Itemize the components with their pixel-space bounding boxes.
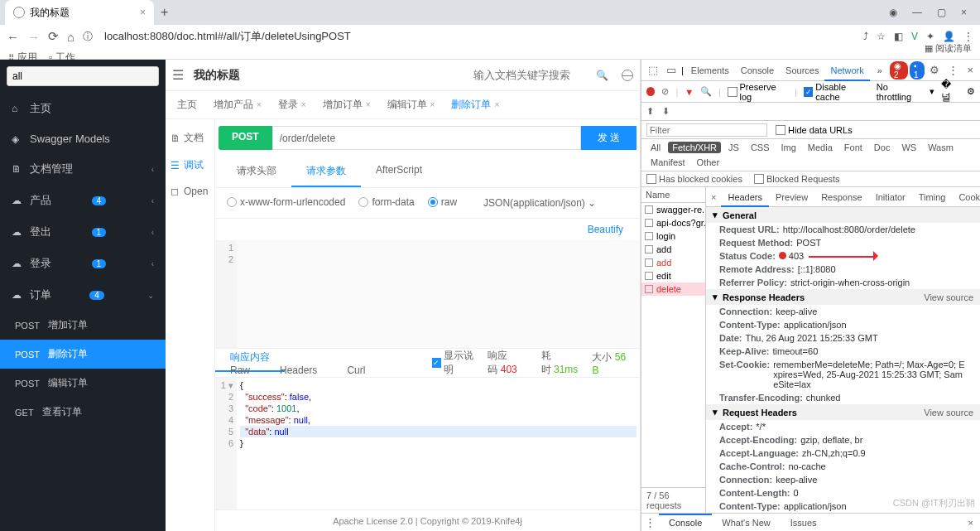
detail-tab[interactable]: Initiator [869, 189, 912, 205]
left-tab[interactable]: ☰调试 [166, 152, 214, 179]
drawer-tab[interactable]: Issues [781, 515, 827, 530]
devtools-tab[interactable]: Elements [685, 61, 735, 80]
detail-close-icon[interactable]: × [706, 192, 721, 202]
avatar-icon[interactable]: 👤 [943, 31, 955, 42]
throttle-select[interactable]: No throttling [877, 82, 923, 102]
menu-icon[interactable]: ⋮ [963, 31, 973, 42]
download-icon[interactable]: ⬇ [662, 106, 670, 117]
sidebar-item[interactable]: ☁登录1‹ [0, 248, 166, 279]
detail-tab[interactable]: Cookies [952, 189, 980, 205]
request-tab[interactable]: 请求头部 [222, 157, 291, 187]
doc-tab[interactable]: 登录× [270, 91, 315, 118]
request-row[interactable]: login [641, 229, 705, 243]
drawer-menu-icon[interactable]: ⋮ [641, 516, 659, 529]
ext1-icon[interactable]: ◧ [894, 31, 903, 42]
url-input[interactable]: localhost:8080/doc.html#/all/订单/deleteUs… [101, 27, 855, 46]
close-icon[interactable]: × [366, 100, 371, 109]
doc-tab[interactable]: 主页 [169, 91, 205, 118]
view-source-link[interactable]: View source [924, 292, 973, 302]
request-row[interactable]: add [641, 243, 705, 256]
doc-search-input[interactable] [470, 65, 586, 84]
show-description-checkbox[interactable]: ✓显示说明 [432, 349, 480, 377]
close-icon[interactable]: × [430, 100, 435, 109]
star-icon[interactable]: ☆ [877, 31, 886, 42]
type-filter[interactable]: Fetch/XHR [668, 142, 721, 153]
doc-tab[interactable]: 编辑订单× [379, 91, 444, 118]
reading-list-button[interactable]: ▦ 阅读清单 [925, 42, 972, 55]
back-icon[interactable]: ← [7, 30, 19, 44]
close-window-icon[interactable]: × [961, 7, 967, 18]
type-filter[interactable]: Img [777, 142, 800, 153]
sidebar-sub-item[interactable]: GET查看订单 [0, 398, 166, 427]
body-type-radio[interactable]: x-www-form-urlencoded [227, 196, 345, 208]
path-input[interactable] [272, 126, 581, 150]
request-tab[interactable]: AfterScript [361, 157, 437, 187]
more-tabs[interactable]: » [872, 61, 888, 80]
filter-input[interactable] [646, 123, 767, 137]
filter-icon[interactable]: ▼ [685, 87, 694, 97]
sidebar-item[interactable]: ☁订单4⌄ [0, 279, 166, 311]
sidebar-item[interactable]: ◈Swagger Models [0, 124, 166, 153]
hide-data-urls-checkbox[interactable]: Hide data URLs [776, 125, 853, 135]
detail-tab[interactable]: Timing [912, 189, 953, 205]
wifi-icon[interactable]: �널 [941, 79, 960, 104]
send-button[interactable]: 发 送 [581, 126, 637, 150]
account-icon[interactable]: ◉ [889, 7, 897, 18]
type-filter[interactable]: All [646, 142, 665, 153]
network-settings-icon[interactable]: ⚙ [967, 86, 975, 97]
preserve-log-checkbox[interactable]: Preserve log [728, 82, 788, 102]
close-icon[interactable]: × [301, 100, 306, 109]
type-filter[interactable]: Manifest [646, 157, 689, 168]
devtools-close-icon[interactable]: × [963, 64, 977, 76]
search-icon[interactable]: 🔍 [700, 86, 712, 97]
detail-tab[interactable]: Preview [769, 189, 814, 205]
request-row[interactable]: delete [641, 282, 705, 296]
blocked-requests-checkbox[interactable]: Blocked Requests [754, 174, 840, 184]
devtools-tab[interactable]: Network [824, 61, 869, 81]
sidebar-item[interactable]: 🗎文档管理‹ [0, 153, 166, 185]
puzzle-icon[interactable]: ✦ [926, 31, 934, 42]
request-tab[interactable]: 请求参数 [291, 157, 361, 187]
request-row[interactable]: add [641, 256, 705, 269]
doc-tab[interactable]: 增加订单× [315, 91, 379, 118]
info-badge[interactable]: ▪ 1 [910, 61, 925, 80]
close-icon[interactable]: × [257, 100, 262, 109]
type-filter[interactable]: JS [724, 142, 743, 153]
close-icon[interactable]: × [494, 100, 499, 109]
type-filter[interactable]: Media [804, 142, 837, 153]
detail-tab[interactable]: Response [814, 189, 869, 205]
doc-tab[interactable]: 删除订单× [443, 91, 507, 118]
request-row[interactable]: edit [641, 269, 705, 282]
error-badge[interactable]: ◉ 2 [890, 61, 908, 80]
sidebar-search-input[interactable] [7, 66, 159, 86]
info-icon[interactable]: ⓘ [83, 30, 93, 44]
section-header[interactable]: ▾Response HeadersView source [706, 289, 980, 305]
search-icon[interactable]: 🔍 [596, 70, 608, 81]
ext2-icon[interactable]: V [911, 31, 918, 42]
devtools-tab[interactable]: Sources [780, 61, 824, 80]
request-editor[interactable]: 12 [215, 240, 640, 348]
sidebar-item[interactable]: ☁登出1‹ [0, 216, 166, 248]
detail-tab[interactable]: Headers [721, 189, 769, 207]
browser-tab[interactable]: 我的标题 × [5, 0, 154, 25]
view-source-link[interactable]: View source [924, 408, 973, 418]
left-tab[interactable]: ◻Open [166, 179, 214, 204]
minimize-icon[interactable]: — [912, 7, 922, 18]
sidebar-sub-item[interactable]: POST删除订单 [0, 340, 166, 369]
type-filter[interactable]: Doc [870, 142, 895, 153]
close-icon[interactable]: × [140, 7, 146, 18]
beautify-button[interactable]: Beautify [588, 224, 632, 235]
left-tab[interactable]: 🗎文档 [166, 124, 214, 152]
record-icon[interactable] [646, 87, 655, 96]
upload-icon[interactable]: ⬆ [646, 106, 654, 117]
response-editor[interactable]: 1 ▾23456 { "success": false, "code": 100… [215, 378, 640, 509]
type-filter[interactable]: CSS [747, 142, 774, 153]
sidebar-item[interactable]: ☁产品4‹ [0, 185, 166, 216]
refresh-icon[interactable]: ⟳ [48, 29, 59, 44]
inspect-icon[interactable]: ⬚ [645, 64, 661, 76]
body-type-radio[interactable]: form-data [358, 196, 414, 208]
drawer-tab[interactable]: What's New [712, 515, 780, 530]
json-type-select[interactable]: JSON(application/json) ⌄ [483, 197, 596, 209]
device-icon[interactable]: ▭ [663, 64, 680, 76]
type-filter[interactable]: Other [693, 157, 724, 168]
